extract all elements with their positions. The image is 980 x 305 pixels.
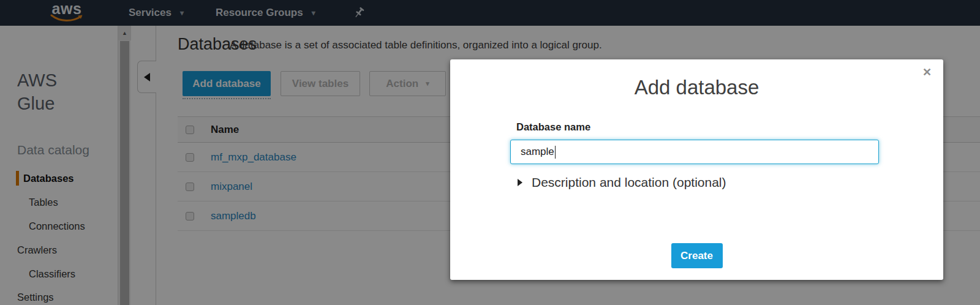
modal-title: Add database — [450, 76, 943, 99]
expand-right-icon — [518, 179, 522, 186]
description-toggle-label: Description and location (optional) — [532, 175, 726, 190]
text-cursor — [555, 146, 556, 159]
close-icon[interactable]: ✕ — [922, 66, 932, 79]
input-value: sample — [521, 146, 554, 158]
add-database-modal: ✕ Add database Database name sample Desc… — [450, 59, 943, 280]
description-location-toggle[interactable]: Description and location (optional) — [518, 175, 726, 190]
database-name-label: Database name — [516, 121, 590, 133]
create-button[interactable]: Create — [671, 243, 723, 268]
database-name-input[interactable]: sample — [510, 140, 879, 164]
